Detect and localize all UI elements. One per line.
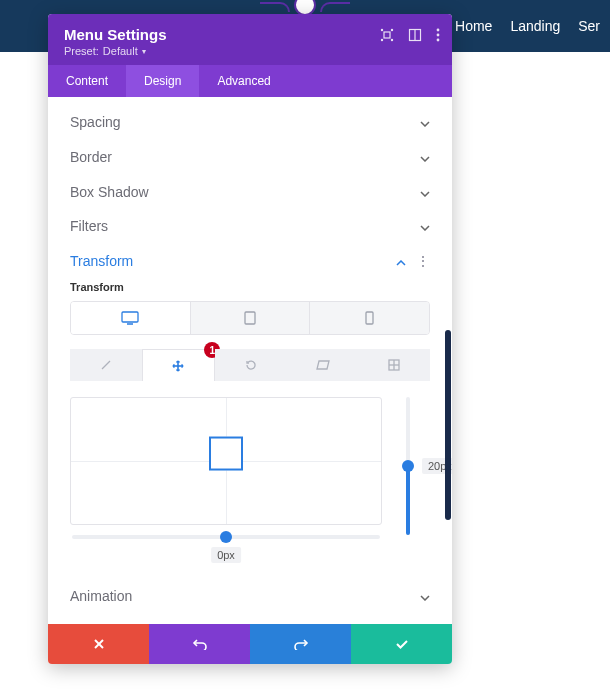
svg-point-7	[437, 29, 440, 32]
section-animation[interactable]: Animation	[70, 579, 430, 614]
section-box-shadow[interactable]: Box Shadow	[70, 175, 430, 210]
layout-split-icon[interactable]	[408, 28, 422, 42]
preset-value: Default	[103, 45, 138, 57]
kebab-menu-icon[interactable]	[436, 28, 440, 42]
x-offset-slider[interactable]: 0px	[70, 525, 382, 565]
tab-design[interactable]: Design	[126, 65, 199, 97]
transform-canvas[interactable]	[70, 397, 382, 525]
section-transform[interactable]: Transform ⋮	[70, 244, 430, 279]
device-desktop[interactable]	[71, 302, 191, 334]
tool-rotate[interactable]	[215, 349, 287, 381]
nav-home[interactable]: Home	[455, 18, 492, 34]
chevron-up-icon	[396, 253, 406, 269]
section-label: Filters	[70, 218, 108, 234]
save-button[interactable]	[351, 624, 452, 664]
tool-origin[interactable]	[358, 349, 430, 381]
section-filters[interactable]: Filters	[70, 209, 430, 244]
tool-scale[interactable]	[70, 349, 142, 381]
transform-preview-box[interactable]	[209, 437, 243, 471]
device-tablet[interactable]	[191, 302, 311, 334]
transform-controls: Transform	[70, 281, 430, 565]
svg-point-4	[391, 39, 392, 40]
y-offset-slider[interactable]: 20px 2	[392, 395, 432, 537]
nav-landing[interactable]: Landing	[510, 18, 560, 34]
settings-panel: Menu Settings Preset: Default ▾	[48, 14, 452, 664]
svg-point-3	[381, 39, 382, 40]
panel-header: Menu Settings Preset: Default ▾	[48, 14, 452, 65]
section-border[interactable]: Border	[70, 140, 430, 175]
chevron-down-icon	[420, 218, 430, 234]
tab-content[interactable]: Content	[48, 65, 126, 97]
chevron-down-icon	[420, 114, 430, 130]
nav-services-cut[interactable]: Ser	[578, 18, 600, 34]
caret-down-icon: ▾	[142, 47, 146, 56]
tab-advanced[interactable]: Advanced	[199, 65, 288, 97]
slider-thumb[interactable]	[402, 460, 414, 472]
svg-rect-10	[122, 312, 138, 322]
chevron-down-icon	[420, 588, 430, 604]
section-kebab-icon[interactable]: ⋮	[416, 253, 430, 269]
undo-button[interactable]	[149, 624, 250, 664]
svg-point-9	[437, 39, 440, 42]
chevron-down-icon	[420, 149, 430, 165]
section-label: Spacing	[70, 114, 121, 130]
chevron-down-icon	[420, 184, 430, 200]
slider-thumb[interactable]	[220, 531, 232, 543]
x-offset-value: 0px	[211, 547, 241, 563]
panel-body: Spacing Border Box Shadow Filters	[48, 97, 452, 624]
svg-point-2	[391, 29, 392, 30]
svg-line-14	[102, 361, 110, 369]
panel-scrollbar[interactable]	[445, 330, 451, 520]
section-label: Transform	[70, 253, 133, 269]
device-phone[interactable]	[310, 302, 429, 334]
transform-tool-tabs: 1	[70, 349, 430, 381]
transform-canvas-area: 20px 2 0px	[70, 397, 430, 565]
section-label: Animation	[70, 588, 132, 604]
section-spacing[interactable]: Spacing	[70, 105, 430, 140]
section-label: Border	[70, 149, 112, 165]
svg-rect-0	[384, 32, 390, 38]
redo-button[interactable]	[250, 624, 351, 664]
expand-icon[interactable]	[380, 28, 394, 42]
preset-label: Preset:	[64, 45, 99, 57]
transform-label: Transform	[70, 281, 430, 293]
tool-skew[interactable]	[287, 349, 359, 381]
svg-rect-13	[366, 312, 373, 324]
tool-translate[interactable]: 1	[142, 349, 216, 381]
panel-footer	[48, 624, 452, 664]
preset-selector[interactable]: Preset: Default ▾	[64, 45, 436, 57]
section-label: Box Shadow	[70, 184, 149, 200]
discard-button[interactable]	[48, 624, 149, 664]
svg-rect-12	[245, 312, 255, 324]
panel-tabs: Content Design Advanced	[48, 65, 452, 97]
svg-point-1	[381, 29, 382, 30]
svg-point-8	[437, 34, 440, 37]
device-tabs	[70, 301, 430, 335]
